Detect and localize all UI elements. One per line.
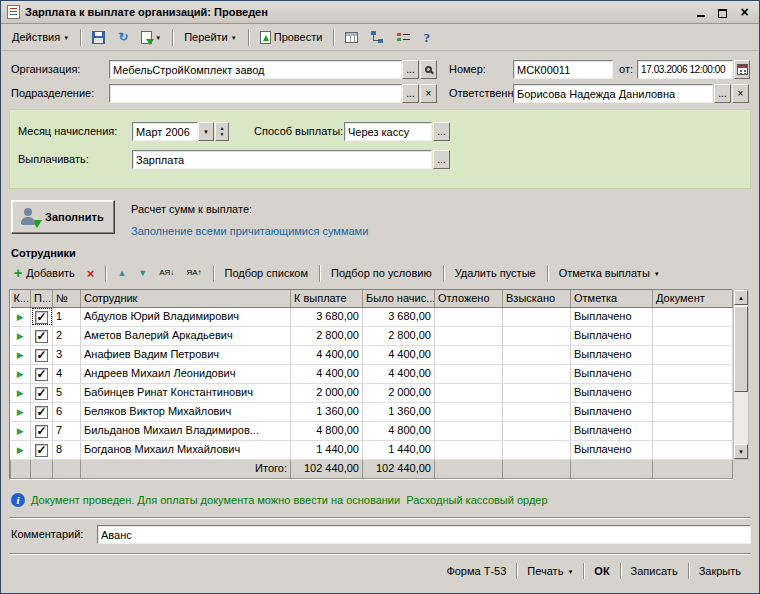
vertical-scrollbar[interactable]: ▲ ▼ (733, 289, 749, 460)
close-window-button[interactable]: Закрыть (689, 560, 751, 582)
column-header[interactable]: Отметка (571, 290, 653, 307)
pay-checkbox[interactable]: ✓ (35, 444, 48, 457)
save-button[interactable] (86, 27, 111, 48)
remove-empty-button[interactable]: Удалить пустые (450, 263, 541, 283)
print-button[interactable]: Печать▼ (517, 560, 583, 582)
responsible-input[interactable] (513, 84, 713, 103)
payment-mark-button[interactable]: Отметка выплаты▼ (554, 263, 665, 283)
maximize-button[interactable] (714, 5, 731, 20)
organization-input[interactable] (109, 60, 402, 79)
accrual-month-input[interactable] (132, 122, 198, 141)
table-cell (653, 440, 733, 459)
comment-input[interactable] (97, 525, 751, 544)
column-header[interactable]: П... (31, 290, 53, 307)
create-based-on-button[interactable]: ▼ (135, 27, 167, 48)
responsible-clear-button[interactable]: × (732, 84, 749, 103)
column-header[interactable]: № (53, 290, 81, 307)
pay-checkbox[interactable]: ✓ (35, 406, 48, 419)
column-header[interactable]: Сотрудник (81, 290, 291, 307)
expense-order-link[interactable]: Расходный кассовый ордер (406, 494, 547, 506)
payout-input[interactable] (132, 150, 432, 169)
column-header[interactable]: Документ (653, 290, 733, 307)
table-cell: ✓ (31, 364, 53, 383)
goto-button[interactable]: Перейти▼ (178, 27, 243, 48)
table-row[interactable]: ▶✓3Анафиев Вадим Петрович4 400,004 400,0… (11, 345, 733, 364)
table-row[interactable]: ▶✓8Богданов Михаил Михайлович1 440,001 4… (11, 440, 733, 459)
organization-open-button[interactable] (420, 60, 437, 79)
pay-checkbox[interactable]: ✓ (35, 349, 48, 362)
move-down-button[interactable]: ▼ (133, 263, 152, 283)
move-up-button[interactable]: ▲ (112, 263, 131, 283)
pay-checkbox[interactable]: ✓ (35, 425, 48, 438)
pick-list-button[interactable]: Подбор списком (220, 263, 314, 283)
row-marker-icon: ▶ (17, 407, 24, 417)
subordination-button[interactable] (365, 27, 390, 48)
sort-asc-button[interactable]: АЯ↓ (154, 263, 179, 283)
table-cell: ▶ (11, 364, 31, 383)
toolbar-separator (105, 265, 106, 282)
info-icon: i (11, 493, 25, 507)
scroll-up-button[interactable]: ▲ (734, 290, 748, 305)
table-row[interactable]: ▶✓1Абдулов Юрий Владимирович3 680,003 68… (11, 307, 733, 326)
scrollbar-thumb[interactable] (734, 306, 748, 392)
minimize-button[interactable] (692, 5, 709, 20)
pay-checkbox[interactable]: ✓ (35, 368, 48, 381)
table-cell (653, 459, 733, 478)
pay-checkbox[interactable]: ✓ (35, 311, 48, 324)
date-input[interactable] (637, 60, 733, 79)
table-row[interactable]: ▶✓2Аметов Валерий Аркадьевич2 800,002 80… (11, 326, 733, 345)
titlebar[interactable]: Зарплата к выплате организаций: Проведен… (1, 1, 759, 24)
column-header[interactable]: Отложено (435, 290, 503, 307)
form-t53-button[interactable]: Форма Т-53 (436, 560, 516, 582)
column-header[interactable]: К... (11, 290, 31, 307)
column-header[interactable]: Взыскано (503, 290, 571, 307)
pick-condition-button[interactable]: Подбор по условию (326, 263, 437, 283)
table-row[interactable]: ▶✓5Бабинцев Ринат Константинович2 000,00… (11, 383, 733, 402)
table-row[interactable]: ▶✓6Беляков Виктор Михайлович1 360,001 36… (11, 402, 733, 421)
table-cell: ▶ (11, 345, 31, 364)
accrual-month-spin-button[interactable]: ▲▼ (215, 122, 229, 141)
close-button[interactable]: × (736, 5, 753, 20)
table-cell (435, 307, 503, 326)
dropdown-arrow-icon: ▼ (654, 271, 660, 277)
add-row-button[interactable]: +Добавить (9, 263, 80, 283)
totals-label: Итого: (81, 459, 291, 478)
date-calendar-button[interactable] (734, 60, 750, 79)
employees-table: К...П...№СотрудникК выплатеБыло начис...… (9, 289, 733, 480)
reread-button[interactable]: ↻ (112, 27, 134, 48)
fill-button[interactable]: Заполнить (11, 200, 115, 234)
organization-select-button[interactable]: ... (402, 60, 419, 79)
responsible-select-button[interactable]: ... (714, 84, 731, 103)
table-cell: Выплачено (571, 421, 653, 440)
number-input[interactable] (513, 60, 613, 79)
post-button[interactable]: Провести (254, 27, 329, 48)
delete-row-button[interactable]: × (82, 263, 100, 283)
column-header[interactable]: Было начис... (363, 290, 435, 307)
payment-method-input[interactable] (344, 122, 432, 141)
accrual-month-dropdown-button[interactable]: ▼ (198, 122, 214, 141)
subdivision-clear-button[interactable]: × (420, 84, 437, 103)
table-cell (653, 383, 733, 402)
subdivision-select-button[interactable]: ... (402, 84, 419, 103)
column-header[interactable]: К выплате (291, 290, 363, 307)
add-label: Добавить (26, 267, 75, 279)
table-row[interactable]: ▶✓4Андреев Михаил Леонидович4 400,004 40… (11, 364, 733, 383)
ok-button[interactable]: ОК (584, 560, 619, 582)
actions-button[interactable]: Действия▼ (6, 27, 75, 48)
pay-checkbox[interactable]: ✓ (35, 330, 48, 343)
table-cell (435, 402, 503, 421)
sort-desc-button[interactable]: ЯА↑ (181, 263, 206, 283)
help-button[interactable]: ? (417, 27, 436, 48)
payout-select-button[interactable]: ... (433, 150, 450, 169)
payment-method-select-button[interactable]: ... (433, 122, 450, 141)
fill-all-sums-link[interactable]: Заполнение всеми причитающимися суммами (131, 225, 368, 237)
subdivision-input[interactable] (109, 84, 402, 103)
write-button[interactable]: Записать (621, 560, 688, 582)
table-row[interactable]: ▶✓7Бильданов Михаил Владимиров...4 800,0… (11, 421, 733, 440)
scroll-down-button[interactable]: ▼ (734, 444, 748, 459)
list-settings-button[interactable] (391, 27, 416, 48)
table-cell: 4 800,00 (363, 421, 435, 440)
pay-checkbox[interactable]: ✓ (35, 387, 48, 400)
table-cell: ▶ (11, 440, 31, 459)
movements-button[interactable] (339, 27, 364, 48)
